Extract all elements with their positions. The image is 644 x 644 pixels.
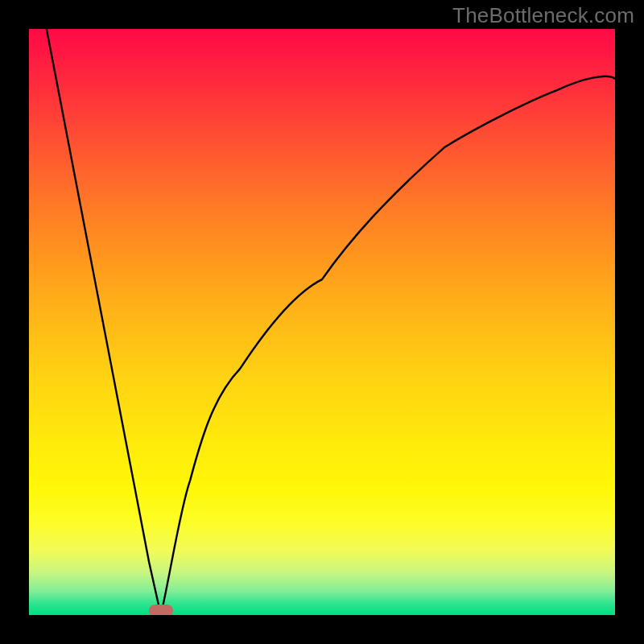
plot-area [29,29,615,615]
bottleneck-curve [29,29,615,615]
curve-left-branch [47,29,161,615]
watermark-text: TheBottleneck.com [452,3,634,28]
minimum-marker [149,605,173,615]
curve-right-branch [161,76,615,615]
chart-frame: TheBottleneck.com [0,0,644,644]
